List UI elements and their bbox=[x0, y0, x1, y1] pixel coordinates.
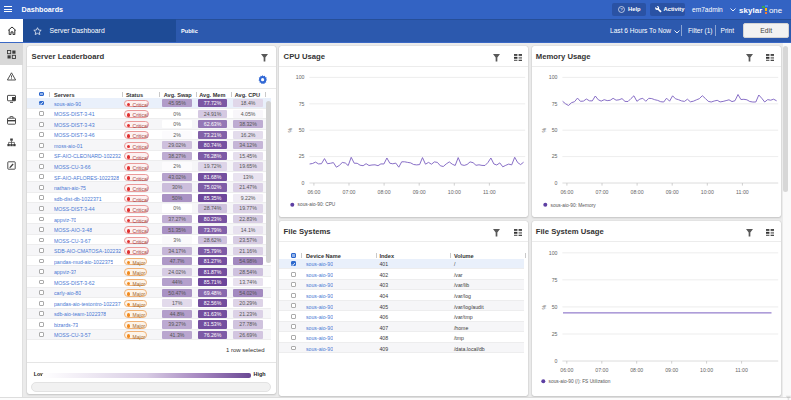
svg-text:25: 25 bbox=[551, 153, 557, 159]
svg-text:06:00: 06:00 bbox=[560, 367, 573, 373]
svg-text:11:00: 11:00 bbox=[735, 367, 748, 373]
svg-text:09:00: 09:00 bbox=[413, 189, 426, 195]
svg-text:100: 100 bbox=[548, 250, 557, 256]
svg-text:sous-aio-90: CPU: sous-aio-90: CPU bbox=[298, 202, 336, 207]
svg-text:06:00: 06:00 bbox=[560, 189, 573, 195]
svg-text:07:00: 07:00 bbox=[343, 189, 356, 195]
svg-text:0: 0 bbox=[302, 180, 305, 186]
svg-text:06:00: 06:00 bbox=[308, 189, 321, 195]
svg-text:25: 25 bbox=[299, 153, 305, 159]
svg-text:75: 75 bbox=[551, 277, 557, 283]
svg-text:08:00: 08:00 bbox=[630, 189, 643, 195]
svg-text:75: 75 bbox=[299, 101, 305, 107]
svg-text:?: ? bbox=[620, 7, 623, 12]
svg-text:25: 25 bbox=[551, 331, 557, 337]
svg-text:100: 100 bbox=[548, 74, 557, 80]
svg-text:%: % bbox=[540, 305, 546, 310]
svg-text:07:00: 07:00 bbox=[595, 189, 608, 195]
svg-text:08:00: 08:00 bbox=[630, 367, 643, 373]
svg-text:%: % bbox=[540, 128, 546, 133]
svg-text:11:00: 11:00 bbox=[736, 189, 749, 195]
svg-text:10:00: 10:00 bbox=[448, 189, 461, 195]
svg-text:0: 0 bbox=[554, 180, 557, 186]
svg-text:10:00: 10:00 bbox=[700, 367, 713, 373]
svg-text:50: 50 bbox=[551, 127, 557, 133]
svg-text:sous-aio-90: Memory: sous-aio-90: Memory bbox=[550, 203, 596, 208]
svg-text:%: % bbox=[288, 127, 294, 132]
svg-text:sous-aio-90 (/): FS Utilizatio: sous-aio-90 (/): FS Utilization bbox=[548, 379, 610, 384]
svg-text:10:00: 10:00 bbox=[700, 189, 713, 195]
svg-text:11:00: 11:00 bbox=[483, 189, 496, 195]
svg-text:75: 75 bbox=[551, 101, 557, 107]
svg-text:09:00: 09:00 bbox=[665, 367, 678, 373]
svg-text:07:00: 07:00 bbox=[595, 367, 608, 373]
svg-text:08:00: 08:00 bbox=[378, 189, 391, 195]
svg-text:0: 0 bbox=[554, 358, 557, 364]
svg-text:50: 50 bbox=[299, 127, 305, 133]
svg-text:50: 50 bbox=[551, 304, 557, 310]
svg-text:09:00: 09:00 bbox=[665, 189, 678, 195]
svg-text:100: 100 bbox=[296, 74, 305, 80]
